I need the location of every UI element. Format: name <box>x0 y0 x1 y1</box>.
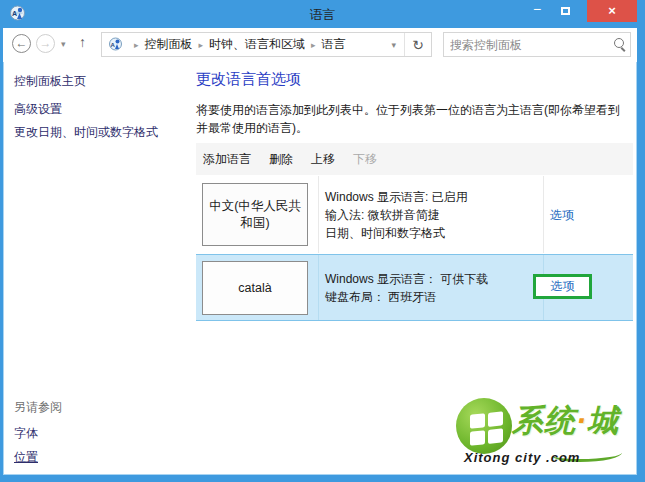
search-box <box>443 32 631 57</box>
navigation-bar: ← → ▾ ↑ A ▸ 控制面板 ▸ 时钟、语言和区域 ▸ 语言 ▾ ↻ <box>3 28 637 62</box>
back-button[interactable]: ← <box>12 34 31 53</box>
sidebar-item-control-panel-home[interactable]: 控制面板主页 <box>14 73 86 90</box>
remove-button[interactable]: 删除 <box>269 151 293 168</box>
windows-flag-icon <box>456 398 512 454</box>
brand-dot: · <box>576 403 587 438</box>
options-link-catala[interactable]: 选项 <box>551 278 575 295</box>
forward-button[interactable]: → <box>36 34 55 53</box>
sidebar-item-location[interactable]: 位置 <box>14 449 38 466</box>
maximize-button[interactable] <box>552 0 578 22</box>
breadcrumb-arrow-icon: ▸ <box>311 40 316 50</box>
options-highlight-box: 选项 <box>533 274 592 299</box>
language-row-chinese[interactable]: 中文(中华人民共和国) Windows 显示语言: 已启用 输入法: 微软拼音简… <box>196 176 633 253</box>
see-also-header: 另请参阅 <box>14 399 62 416</box>
detail-keyboard-layout: 键盘布局： 西班牙语 <box>325 288 488 306</box>
language-badge-chinese: 中文(中华人民共和国) <box>202 183 308 246</box>
detail-display-language: Windows 显示语言： 可供下载 <box>325 270 488 288</box>
language-settings-window: A 语言 − × ← → ▾ ↑ A ▸ 控制面板 ▸ 时钟、语言 <box>0 0 645 482</box>
up-button[interactable]: ↑ <box>79 34 86 50</box>
column-divider <box>543 176 544 253</box>
breadcrumb-language-icon: A <box>108 37 123 52</box>
breadcrumb-control-panel[interactable]: 控制面板 <box>145 36 193 53</box>
watermark-site-text: Xitong city .com <box>464 450 580 465</box>
search-input[interactable] <box>444 38 611 52</box>
language-badge-catala: català <box>202 261 308 315</box>
breadcrumb-language[interactable]: 语言 <box>322 36 346 53</box>
titlebar: A 语言 − × <box>0 0 645 28</box>
close-button[interactable]: × <box>587 0 637 22</box>
column-divider <box>318 255 319 320</box>
breadcrumb-arrow-icon: ▸ <box>134 40 139 50</box>
detail-input-method: 输入法: 微软拼音简捷 <box>325 206 468 224</box>
move-up-button[interactable]: 上移 <box>311 151 335 168</box>
address-bar[interactable]: A ▸ 控制面板 ▸ 时钟、语言和区域 ▸ 语言 ▾ ↻ <box>101 32 432 57</box>
watermark-brand-text: 系统·城 <box>512 400 619 442</box>
minimize-button[interactable]: − <box>524 0 550 22</box>
language-list-toolbar: 添加语言 删除 上移 下移 <box>196 143 633 175</box>
xitongcheng-watermark: 系统·城 Xitong city .com <box>452 394 632 470</box>
refresh-button[interactable]: ↻ <box>405 37 431 53</box>
column-divider <box>318 176 319 253</box>
language-details: Windows 显示语言： 可供下载 键盘布局： 西班牙语 <box>325 270 488 306</box>
sidebar-item-change-date-time-formats[interactable]: 更改日期、时间或数字格式 <box>14 124 158 141</box>
search-icon[interactable] <box>611 36 629 54</box>
detail-date-time-formats: 日期、时间和数字格式 <box>325 224 468 242</box>
language-row-catala-selected[interactable]: català Windows 显示语言： 可供下载 键盘布局： 西班牙语 选项 <box>196 254 633 321</box>
add-language-button[interactable]: 添加语言 <box>203 151 251 168</box>
options-link-chinese[interactable]: 选项 <box>550 206 574 223</box>
sidebar-item-advanced-settings[interactable]: 高级设置 <box>14 101 62 118</box>
maximize-icon <box>561 7 570 15</box>
page-description: 将要使用的语言添加到此列表中。位于列表第一位的语言为主语言(即你希望看到并最常使… <box>196 101 628 137</box>
detail-display-language: Windows 显示语言: 已启用 <box>325 188 468 206</box>
history-dropdown-icon[interactable]: ▾ <box>61 37 66 51</box>
svg-text:A: A <box>111 42 116 48</box>
page-title: 更改语言首选项 <box>196 70 301 89</box>
breadcrumb-arrow-icon: ▸ <box>199 40 204 50</box>
address-dropdown-icon[interactable]: ▾ <box>383 40 404 50</box>
breadcrumb-clock-language-region[interactable]: 时钟、语言和区域 <box>209 36 305 53</box>
move-down-button: 下移 <box>353 151 377 168</box>
sidebar-item-fonts[interactable]: 字体 <box>14 425 38 442</box>
language-details: Windows 显示语言: 已启用 输入法: 微软拼音简捷 日期、时间和数字格式 <box>325 188 468 242</box>
